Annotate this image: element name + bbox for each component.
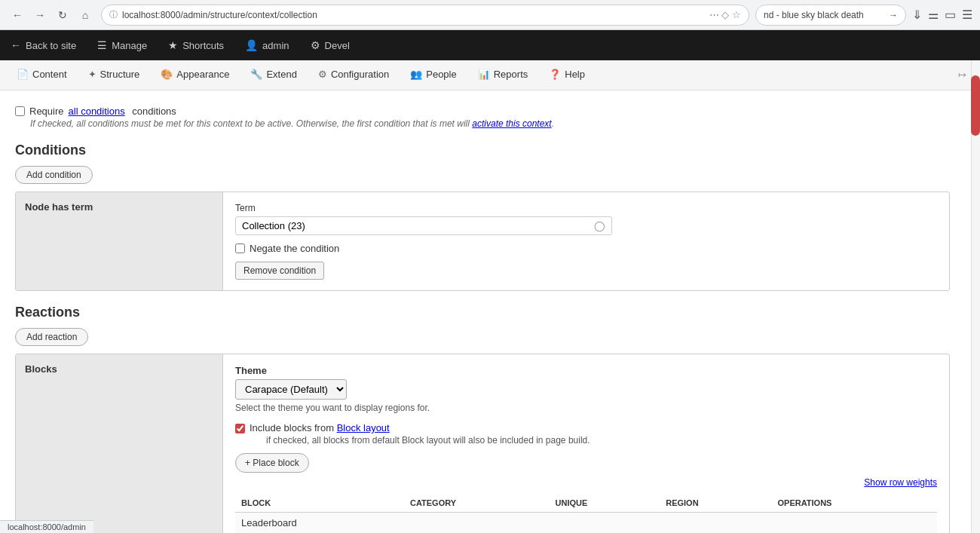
reaction-box: Blocks Theme Carapace (Default) Select t… — [15, 354, 950, 533]
reaction-sidebar: Blocks — [16, 354, 223, 533]
include-blocks-checkbox[interactable] — [235, 424, 245, 433]
back-arrow-icon: ← — [11, 39, 21, 51]
search-text: nd - blue sky black death — [764, 10, 884, 20]
reports-icon: 📊 — [478, 69, 490, 80]
condition-content: Term ◯ Negate the condition Remove condi… — [223, 192, 949, 290]
term-label: Term — [235, 203, 937, 213]
structure-icon: ✦ — [88, 69, 96, 80]
cell-block: Leaderboard — [235, 513, 404, 534]
extend-icon: 🔧 — [250, 69, 262, 80]
theme-hint: Select the theme you want to display reg… — [235, 403, 937, 413]
back-to-site-label: Back to site — [26, 40, 76, 51]
back-to-site-button[interactable]: ← Back to site — [0, 30, 87, 60]
user-icon: 👤 — [245, 39, 258, 51]
col-unique: UNIQUE — [550, 494, 660, 513]
negate-condition-row: Negate the condition — [235, 243, 937, 254]
nav-help-label: Help — [565, 69, 585, 80]
require-all-link[interactable]: all conditions — [69, 106, 125, 117]
nav-configuration[interactable]: ⚙ Configuration — [308, 60, 400, 90]
refresh-button[interactable]: ↻ — [53, 5, 72, 25]
require-all-label[interactable]: Require all conditions conditions — [15, 106, 950, 117]
home-button[interactable]: ⌂ — [75, 5, 95, 25]
include-blocks-text: Include blocks from Block layout — [250, 422, 390, 433]
require-info-text: If checked, all conditions must be met f… — [30, 118, 950, 129]
nav-people[interactable]: 👥 People — [400, 60, 467, 90]
nav-content-label: Content — [32, 69, 67, 80]
shortcuts-label: Shortcuts — [182, 40, 224, 51]
add-reaction-button[interactable]: Add reaction — [15, 328, 88, 346]
config-icon: ⚙ — [318, 69, 327, 80]
include-blocks-row: Include blocks from Block layout if chec… — [235, 422, 937, 446]
nav-extend-label: Extend — [266, 69, 296, 80]
back-button[interactable]: ← — [8, 5, 27, 25]
content-icon: 📄 — [17, 69, 29, 80]
scrollbar-thumb[interactable] — [971, 75, 980, 136]
scrollbar-area[interactable] — [971, 60, 980, 533]
nav-structure-label: Structure — [100, 69, 140, 80]
activate-link[interactable]: activate this context — [472, 118, 551, 129]
remove-condition-button[interactable]: Remove condition — [235, 262, 324, 280]
reaction-content: Theme Carapace (Default) Select the them… — [223, 354, 949, 533]
gear-icon: ⚙ — [311, 39, 320, 51]
nav-reports[interactable]: 📊 Reports — [467, 60, 539, 90]
nav-appearance[interactable]: 🎨 Appearance — [150, 60, 240, 90]
main-content: Require all conditions conditions If che… — [0, 90, 965, 533]
address-actions: ⋯ ◇ ☆ — [709, 9, 741, 20]
shortcuts-button[interactable]: ★ Shortcuts — [158, 30, 234, 60]
include-blocks-hint: if checked, all blocks from default Bloc… — [266, 435, 590, 446]
add-condition-button[interactable]: Add condition — [15, 166, 93, 184]
bookmarks-icon: ⚌ — [928, 8, 939, 22]
devel-button[interactable]: ⚙ Devel — [300, 30, 360, 60]
manage-label: Manage — [112, 40, 147, 51]
place-block-button[interactable]: + Place block — [235, 453, 309, 473]
col-region: REGION — [660, 494, 771, 513]
search-bar[interactable]: nd - blue sky black death → — [755, 5, 906, 26]
devel-label: Devel — [325, 40, 350, 51]
nav-structure[interactable]: ✦ Structure — [78, 60, 151, 90]
condition-sidebar: Node has term — [16, 192, 223, 290]
col-operations: OPERATIONS — [772, 494, 938, 513]
negate-label: Negate the condition — [250, 243, 339, 254]
status-url: localhost:8000/admin — [8, 522, 86, 531]
nav-people-label: People — [426, 69, 456, 80]
show-row-weights[interactable]: Show row weights — [235, 477, 937, 488]
help-icon: ❓ — [549, 69, 561, 80]
block-layout-link[interactable]: Block layout — [337, 422, 390, 433]
term-input[interactable] — [242, 220, 594, 231]
cell-category — [404, 513, 550, 534]
negate-checkbox[interactable] — [235, 244, 245, 253]
nav-help[interactable]: ❓ Help — [538, 60, 596, 90]
cell-region — [660, 513, 771, 534]
manage-icon: ☰ — [97, 39, 107, 51]
theme-label: Theme — [235, 365, 937, 376]
table-row: Leaderboard — [235, 513, 937, 534]
require-conditions-row: Require all conditions conditions If che… — [15, 106, 950, 129]
require-all-checkbox[interactable] — [15, 106, 25, 116]
theme-select[interactable]: Carapace (Default) — [235, 379, 347, 400]
manage-button[interactable]: ☰ Manage — [87, 30, 158, 60]
conditions-heading: Conditions — [15, 142, 950, 158]
reaction-sidebar-title: Blocks — [25, 363, 213, 375]
download-icon: ⇓ — [912, 8, 922, 22]
nav-bar: 📄 Content ✦ Structure 🎨 Appearance 🔧 Ext… — [0, 60, 980, 90]
address-bar[interactable]: ⓘ localhost:8000/admin/structure/context… — [101, 5, 749, 26]
col-block: BLOCK — [235, 494, 404, 513]
admin-button[interactable]: 👤 admin — [234, 30, 299, 60]
people-icon: 👥 — [410, 69, 422, 80]
nav-content[interactable]: 📄 Content — [6, 60, 78, 90]
table-header: BLOCK CATEGORY UNIQUE REGION OPERATIONS — [235, 494, 937, 513]
browser-actions: ⇓ ⚌ ▭ ☰ — [912, 8, 972, 22]
nav-configuration-label: Configuration — [331, 69, 389, 80]
blocks-table: BLOCK CATEGORY UNIQUE REGION OPERATIONS … — [235, 494, 937, 533]
theme-section: Theme Carapace (Default) Select the them… — [235, 365, 937, 413]
col-category: CATEGORY — [404, 494, 550, 513]
star-icon: ★ — [168, 39, 178, 51]
address-text: localhost:8000/admin/structure/context/c… — [122, 10, 705, 20]
require-label-suffix: conditions — [130, 106, 176, 117]
admin-label: admin — [262, 40, 289, 51]
nav-extend[interactable]: 🔧 Extend — [240, 60, 307, 90]
term-input-wrapper: ◯ — [235, 216, 612, 235]
term-clear-icon[interactable]: ◯ — [594, 220, 605, 231]
forward-button[interactable]: → — [30, 5, 50, 25]
require-label-text: Require — [29, 106, 64, 117]
